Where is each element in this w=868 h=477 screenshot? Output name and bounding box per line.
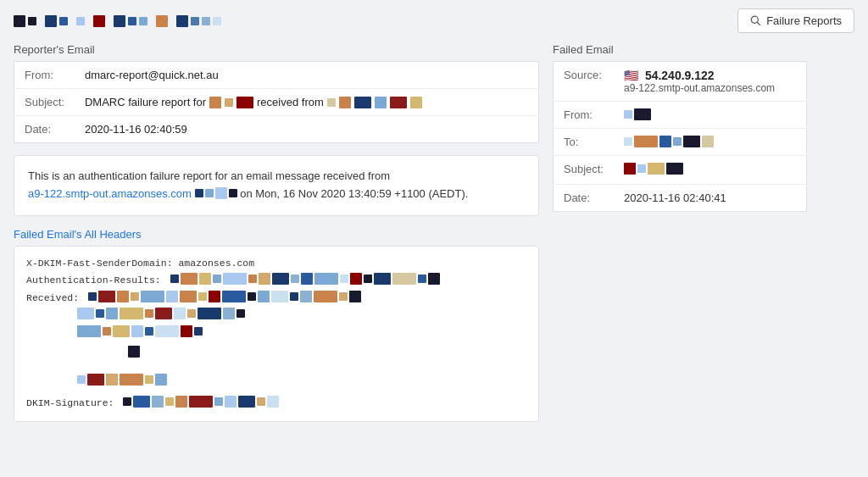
auth-failure-pixels — [195, 187, 237, 199]
subject-prefix: DMARC failure report for — [85, 96, 206, 108]
rp — [314, 273, 338, 285]
rp — [113, 325, 130, 337]
left-panel: Reporter's Email From: dmarc-report@quic… — [14, 43, 539, 422]
logo-pixel — [76, 17, 85, 25]
logo-pixel — [139, 17, 147, 25]
rp — [120, 374, 143, 385]
rp — [350, 273, 362, 285]
rp — [77, 308, 94, 319]
subject-line: DMARC failure report for received from — [85, 96, 528, 108]
redacted-pixel — [410, 97, 422, 108]
header-line-1: X-DKIM-Fast-SenderDomain: amazonses.com — [26, 255, 526, 273]
rp — [155, 374, 167, 385]
rp — [155, 308, 172, 319]
received-label: Received: — [26, 292, 79, 303]
rp — [120, 308, 143, 319]
failure-reports-button[interactable]: Failure Reports — [737, 8, 854, 33]
logo-pixel — [191, 17, 199, 25]
rp — [637, 164, 646, 173]
rp — [648, 163, 665, 175]
rp — [133, 396, 150, 408]
rp — [141, 291, 164, 302]
rp — [364, 275, 372, 283]
rp — [117, 291, 129, 302]
rp — [624, 163, 636, 175]
rp — [634, 108, 651, 120]
failed-subject-label: Subject: — [554, 156, 614, 185]
redacted-pixel — [236, 97, 253, 108]
dkim-pixels — [123, 396, 279, 408]
rp — [155, 325, 179, 337]
header-line-3d — [26, 346, 526, 364]
source-domain: a9-122.smtp-out.amazonses.com — [624, 82, 796, 94]
failed-from-row: From: — [554, 102, 807, 129]
header-line-3c — [26, 325, 526, 344]
source-row: Source: 🇺🇸 54.240.9.122 a9-122.smtp-out.… — [554, 62, 807, 102]
rp — [199, 273, 211, 285]
headers-box: X-DKIM-Fast-SenderDomain: amazonses.com … — [14, 246, 539, 423]
logo-pixel — [156, 15, 168, 27]
rp — [418, 275, 426, 283]
auth-failure-link[interactable]: a9-122.smtp-out.amazonses.com — [28, 187, 192, 200]
auth-failure-line1: This is an authentication failure report… — [28, 169, 390, 182]
subject-middle: received from — [257, 96, 324, 108]
rp — [223, 308, 235, 319]
failed-email-table: Source: 🇺🇸 54.240.9.122 a9-122.smtp-out.… — [553, 61, 807, 212]
rp — [428, 273, 440, 285]
rp — [314, 291, 337, 302]
rp — [181, 273, 198, 285]
reporter-email-title: Reporter's Email — [14, 43, 539, 56]
rp — [145, 309, 153, 318]
rp — [624, 110, 632, 119]
rp — [181, 325, 192, 337]
rp — [339, 292, 348, 301]
rp — [258, 291, 270, 302]
auth-results-label: Authentication-Results: — [26, 275, 161, 286]
rp — [392, 273, 416, 285]
rp — [214, 397, 223, 406]
rp — [236, 309, 245, 318]
redacted-pixel — [354, 97, 371, 108]
logo-pixel — [28, 17, 36, 25]
failed-email-title: Failed Email — [553, 43, 807, 56]
rp — [634, 136, 658, 147]
rp — [175, 396, 187, 408]
right-panel: Failed Email Source: 🇺🇸 54.240.9.122 a9-… — [553, 43, 807, 212]
failed-from-label: From: — [554, 102, 614, 129]
rp — [340, 275, 348, 283]
rp — [103, 327, 111, 336]
rp — [291, 275, 299, 283]
header-line-3e — [26, 373, 526, 391]
redacted-pixel — [390, 97, 407, 108]
rp — [238, 396, 255, 408]
rp — [374, 273, 391, 285]
header-line-4: DKIM-Signature: — [26, 395, 526, 413]
rp — [123, 397, 131, 406]
rp — [145, 375, 153, 384]
rp — [198, 308, 221, 319]
rp — [259, 273, 270, 285]
rp — [683, 136, 700, 147]
source-value: 🇺🇸 54.240.9.122 a9-122.smtp-out.amazonse… — [614, 62, 807, 102]
rp — [290, 292, 298, 301]
rp — [77, 325, 101, 337]
rp — [187, 309, 196, 318]
redacted-pixel — [195, 189, 203, 197]
received-pixels — [88, 291, 361, 302]
logo-pixel — [45, 15, 57, 27]
rp — [180, 291, 197, 302]
rp — [106, 374, 118, 385]
rp — [248, 275, 257, 283]
logo-pixel — [59, 17, 68, 25]
logo-pixel — [14, 15, 25, 27]
rp — [209, 291, 220, 302]
logo-pixel — [202, 17, 210, 25]
rp — [174, 308, 186, 319]
source-ip: 🇺🇸 54.240.9.122 — [624, 69, 796, 82]
rp — [300, 291, 312, 302]
logo-pixel — [93, 15, 105, 27]
rp — [624, 137, 632, 146]
redacted-pixel — [215, 187, 227, 199]
top-bar: Failure Reports — [14, 8, 854, 33]
failed-date-row: Date: 2020-11-16 02:40:41 — [554, 185, 807, 212]
